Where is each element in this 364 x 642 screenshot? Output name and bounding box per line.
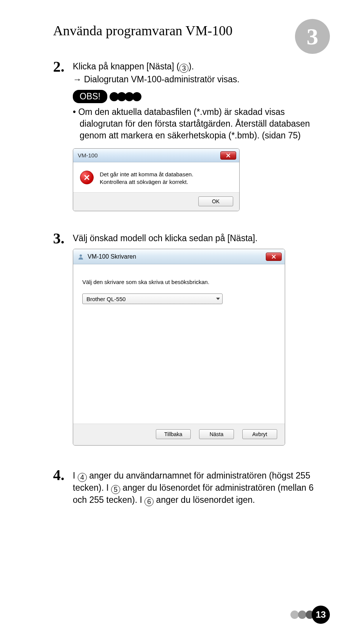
dialog-body: Det går inte att komma åt databasen. Kon… [73, 162, 239, 192]
printer-select[interactable]: Brother QL-550 [82, 294, 223, 304]
select-value: Brother QL-550 [86, 296, 126, 302]
cancel-button[interactable]: Avbryt [242, 429, 277, 439]
step-instruction: I 4 anger du användarnamnet för administ… [73, 470, 322, 506]
dot-icon [132, 92, 141, 101]
note-row: OBS! [73, 90, 322, 103]
dialog-body: Välj den skrivare som ska skriva ut besö… [73, 264, 285, 424]
result-line: → Dialogrutan VM-100-administratör visas… [73, 74, 322, 85]
text: ). [188, 61, 194, 71]
chevron-down-icon [216, 298, 220, 300]
error-message: Det går inte att komma åt databasen. Kon… [100, 171, 193, 185]
circled-ref: 6 [144, 497, 154, 506]
page-title: Använda programvaran VM-100 [53, 23, 322, 39]
step-body: I 4 anger du användarnamnet för administ… [73, 466, 322, 506]
step-3: 3. Välj önskad modell och klicka sedan p… [53, 229, 322, 446]
note-badge: OBS! [73, 90, 107, 103]
page-header: Använda programvaran VM-100 3 [53, 23, 322, 39]
text: anger du lösenordet igen. [154, 495, 255, 505]
circled-ref: 5 [111, 485, 120, 494]
page-number: 13 [312, 606, 330, 624]
decorative-dots [110, 92, 141, 101]
note-bullet: Om den aktuella databasfilen (*.vmb) är … [73, 106, 322, 141]
step-instruction: Klicka på knappen [Nästa] (3). [73, 61, 322, 73]
arrow-icon: → [73, 74, 84, 84]
step-2: 2. Klicka på knappen [Nästa] (3). → Dial… [53, 58, 322, 211]
error-icon [80, 171, 94, 184]
step-instruction: Välj önskad modell och klicka sedan på [… [73, 233, 322, 243]
user-icon [77, 253, 85, 261]
close-button[interactable] [266, 253, 282, 261]
dialog-instruction: Välj den skrivare som ska skriva ut besö… [82, 279, 276, 285]
text: Det går inte att komma åt databasen. [100, 171, 193, 178]
close-button[interactable] [220, 151, 236, 160]
page-footer: 13 [290, 606, 330, 624]
dialog-footer: OK [73, 192, 239, 211]
step-body: Välj önskad modell och klicka sedan på [… [73, 229, 322, 446]
step-number: 2. [53, 58, 73, 211]
text: I [73, 471, 78, 480]
step-body: Klicka på knappen [Nästa] (3). → Dialogr… [73, 58, 322, 211]
dialog-titlebar: VM-100 Skrivaren [73, 249, 285, 264]
step-4: 4. I 4 anger du användarnamnet för admin… [53, 466, 322, 506]
dot-icon [298, 611, 306, 619]
ok-button[interactable]: OK [198, 196, 233, 206]
error-dialog: VM-100 Det går inte att komma åt databas… [73, 148, 240, 211]
back-button[interactable]: Tillbaka [156, 429, 191, 439]
text: Klicka på knappen [Nästa] ( [73, 61, 179, 71]
dialog-title: VM-100 [78, 152, 98, 159]
text: Kontrollera att sökvägen är korrekt. [100, 178, 193, 186]
step-number: 3. [53, 229, 73, 446]
close-icon [271, 254, 276, 259]
step-number: 4. [53, 466, 73, 506]
circled-ref: 4 [78, 473, 87, 482]
dialog-title: VM-100 Skrivaren [88, 253, 136, 260]
next-button[interactable]: Nästa [199, 429, 234, 439]
dialog-footer: Tillbaka Nästa Avbryt [73, 424, 285, 445]
text: Dialogrutan VM-100-administratör visas. [84, 74, 239, 84]
circled-ref: 3 [179, 64, 188, 73]
dialog-titlebar: VM-100 [73, 149, 239, 162]
close-icon [226, 153, 231, 158]
printer-dialog: VM-100 Skrivaren Välj den skrivare som s… [73, 249, 285, 446]
chapter-badge: 3 [295, 19, 330, 54]
title-wrap: VM-100 Skrivaren [77, 253, 136, 261]
svg-point-0 [80, 254, 82, 257]
dot-icon [290, 611, 299, 619]
